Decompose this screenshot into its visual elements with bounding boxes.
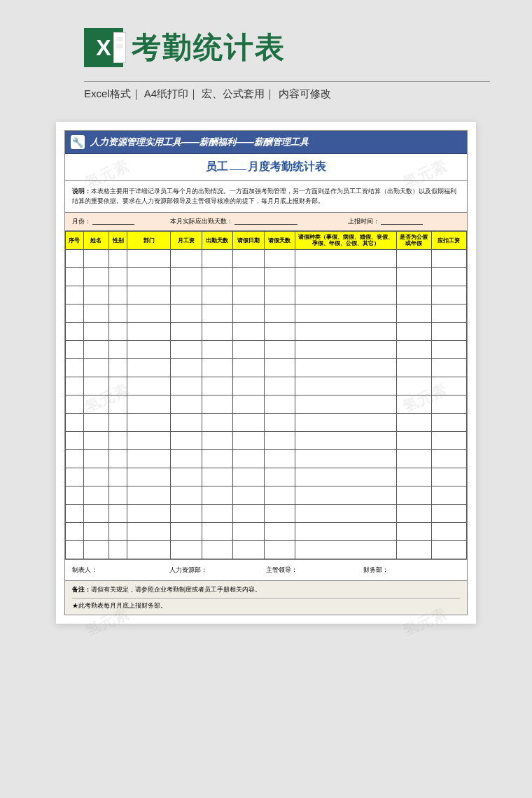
table-cell xyxy=(127,522,170,540)
page-header: 考勤统计表 xyxy=(14,21,518,73)
table-cell xyxy=(83,468,109,486)
table-cell xyxy=(264,322,295,340)
table-cell xyxy=(109,322,127,340)
table-cell xyxy=(66,304,84,322)
table-cell xyxy=(264,540,295,559)
table-cell xyxy=(264,267,295,286)
table-cell xyxy=(66,468,84,486)
table-cell xyxy=(295,449,397,468)
table-cell xyxy=(295,431,397,449)
meta-row: 月份： 本月实际应出勤天数： 上报时间： xyxy=(65,213,467,231)
table-cell xyxy=(295,486,397,504)
description-label: 说明： xyxy=(72,188,91,195)
table-cell xyxy=(264,340,295,358)
table-cell xyxy=(396,486,431,504)
table-cell xyxy=(109,267,127,286)
table-cell xyxy=(233,504,265,522)
notes-label: 备注： xyxy=(72,586,91,593)
sign-maker: 制表人： xyxy=(72,566,169,575)
table-cell xyxy=(431,358,466,377)
table-cell xyxy=(127,468,170,486)
table-cell xyxy=(295,322,397,340)
table-cell xyxy=(109,395,127,413)
table-cell xyxy=(127,286,170,304)
table-cell xyxy=(202,377,233,395)
table-cell xyxy=(264,249,295,267)
table-cell xyxy=(295,340,397,358)
table-cell xyxy=(295,540,397,559)
table-header-cell: 是否为公假或年假 xyxy=(396,231,431,249)
table-cell xyxy=(431,504,466,522)
table-cell xyxy=(66,377,84,395)
table-row xyxy=(66,377,467,395)
table-header-cell: 月工资 xyxy=(171,231,202,249)
table-cell xyxy=(109,340,127,358)
table-cell xyxy=(233,449,265,468)
table-header-cell: 序号 xyxy=(66,231,84,249)
page-title: 考勤统计表 xyxy=(132,28,286,67)
table-cell xyxy=(83,322,109,340)
table-cell xyxy=(66,322,84,340)
sign-hr: 人力资源部： xyxy=(169,566,267,575)
document-preview: 氢元素 氢元素 氢元素 氢元素 氢元素 氢元素 🔧 人力资源管理实用工具——薪酬… xyxy=(56,122,476,624)
notes-line2: ★此考勤表每月月底上报财务部。 xyxy=(72,601,460,611)
table-cell xyxy=(171,504,202,522)
notes-box: 备注：请假有关规定，请参照企业考勤制度或者员工手册相关内容。 ★此考勤表每月月底… xyxy=(65,580,467,615)
table-cell xyxy=(295,468,397,486)
table-cell xyxy=(264,304,295,322)
month-label: 月份： xyxy=(72,217,91,226)
table-cell xyxy=(396,249,431,267)
table-cell xyxy=(396,377,431,395)
table-cell xyxy=(127,267,170,286)
table-cell xyxy=(295,377,397,395)
table-cell xyxy=(431,540,466,559)
table-cell xyxy=(202,522,233,540)
table-cell xyxy=(233,486,265,504)
table-cell xyxy=(127,304,170,322)
table-cell xyxy=(127,486,170,504)
table-cell xyxy=(396,468,431,486)
table-cell xyxy=(83,540,109,559)
table-cell xyxy=(109,504,127,522)
table-row xyxy=(66,431,467,449)
table-cell xyxy=(171,322,202,340)
table-header-cell: 请假天数 xyxy=(264,231,295,249)
description-text: 本表格主要用于详细记录员工每个月的出勤情况。一方面加强考勤管理，另一方面则是作为… xyxy=(72,188,456,204)
table-row xyxy=(66,322,467,340)
table-cell xyxy=(396,304,431,322)
table-cell xyxy=(202,504,233,522)
table-cell xyxy=(233,540,265,559)
table-cell xyxy=(431,340,466,358)
table-cell xyxy=(127,504,170,522)
table-header-cell: 应扣工资 xyxy=(431,231,466,249)
table-cell xyxy=(295,395,397,413)
actual-days-label: 本月实际应出勤天数： xyxy=(170,217,233,226)
table-cell xyxy=(295,286,397,304)
table-cell xyxy=(83,377,109,395)
table-cell xyxy=(66,286,84,304)
table-cell xyxy=(264,486,295,504)
table-row xyxy=(66,358,467,377)
table-cell xyxy=(431,468,466,486)
table-cell xyxy=(171,540,202,559)
table-cell xyxy=(396,395,431,413)
table-cell xyxy=(396,322,431,340)
table-cell xyxy=(233,249,265,267)
table-cell xyxy=(396,340,431,358)
table-cell xyxy=(431,431,466,449)
table-cell xyxy=(66,395,84,413)
table-cell xyxy=(171,249,202,267)
table-cell xyxy=(431,413,466,431)
table-cell xyxy=(396,504,431,522)
table-cell xyxy=(109,431,127,449)
table-cell xyxy=(66,504,84,522)
table-cell xyxy=(264,468,295,486)
table-cell xyxy=(83,267,109,286)
document-title: 员工月度考勤统计表 xyxy=(206,160,326,172)
table-row xyxy=(66,267,467,286)
table-cell xyxy=(431,522,466,540)
table-cell xyxy=(83,340,109,358)
table-cell xyxy=(264,413,295,431)
month-input-blank xyxy=(92,218,134,225)
table-cell xyxy=(127,377,170,395)
